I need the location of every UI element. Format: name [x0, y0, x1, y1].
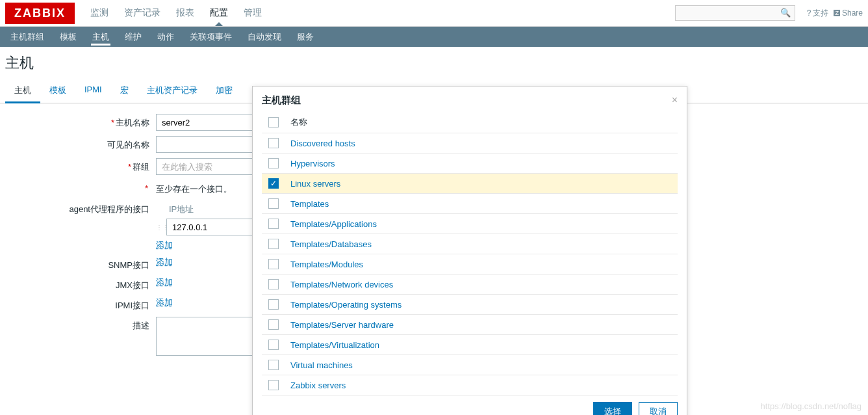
group-name-link[interactable]: Templates/Operating systems: [290, 300, 402, 310]
close-icon[interactable]: ×: [672, 94, 678, 107]
group-row[interactable]: Templates: [262, 194, 678, 214]
group-checkbox[interactable]: [268, 259, 279, 269]
subnav-item[interactable]: 模板: [52, 27, 84, 47]
host-groups-modal: 主机群组 × 名称 Discovered hostsHypervisors✓Li…: [252, 86, 687, 415]
select-button[interactable]: 选择: [593, 402, 632, 415]
watermark: https://blog.csdn.net/noflag: [761, 401, 862, 411]
group-checkbox[interactable]: [268, 219, 279, 229]
host-name-label: *主机名称: [5, 114, 156, 129]
modal-header: 主机群组 ×: [253, 87, 687, 112]
subnav-item[interactable]: 主机群组: [3, 27, 52, 47]
tab[interactable]: 模板: [40, 79, 75, 103]
group-row[interactable]: Templates/Network devices: [262, 274, 678, 295]
topnav-item[interactable]: 配置: [202, 1, 236, 25]
logo: ZABBIX: [5, 3, 75, 24]
help-icon: ?: [807, 8, 811, 18]
group-checkbox[interactable]: [268, 299, 279, 310]
topnav-item[interactable]: 管理: [236, 1, 270, 25]
tab[interactable]: 加密: [207, 79, 242, 103]
group-checkbox[interactable]: [268, 138, 279, 148]
subnav-item[interactable]: 关联项事件: [182, 27, 240, 47]
snmp-add-link[interactable]: 添加: [156, 257, 173, 267]
share-icon: Z: [834, 10, 840, 16]
jmx-add-link[interactable]: 添加: [156, 277, 173, 287]
group-row[interactable]: Templates/Applications: [262, 214, 678, 234]
group-checkbox[interactable]: ✓: [268, 178, 279, 189]
group-name-link[interactable]: Templates/Modules: [290, 260, 363, 269]
select-all-checkbox[interactable]: [268, 117, 279, 127]
group-checkbox[interactable]: [268, 239, 279, 249]
group-row[interactable]: Zabbix servers: [262, 375, 678, 395]
modal-header-row: 名称: [262, 112, 678, 133]
group-name-link[interactable]: Templates/Network devices: [290, 280, 393, 289]
desc-label: 描述: [5, 317, 156, 332]
group-name-link[interactable]: Templates/Server hardware: [290, 320, 394, 330]
ipmi-add-link[interactable]: 添加: [156, 297, 173, 307]
subnav-item[interactable]: 服务: [289, 27, 322, 47]
sub-nav: 主机群组模板主机维护动作关联项事件自动发现服务: [0, 27, 868, 47]
group-row[interactable]: ✓Linux servers: [262, 174, 678, 194]
subnav-item[interactable]: 维护: [117, 27, 149, 47]
interface-req-label: *: [5, 180, 156, 193]
support-link[interactable]: ?支持: [807, 8, 829, 19]
group-checkbox[interactable]: [268, 319, 279, 330]
group-name-link[interactable]: Templates/Databases: [290, 239, 372, 249]
group-name-link[interactable]: Templates: [290, 199, 329, 209]
snmp-label: SNMP接口: [5, 256, 156, 271]
group-checkbox[interactable]: [268, 279, 279, 289]
tab[interactable]: 主机资产记录: [138, 79, 207, 103]
drag-handle-icon[interactable]: ⋮⋮: [156, 224, 162, 231]
page-title: 主机: [0, 47, 868, 79]
group-name-link[interactable]: Templates/Virtualization: [290, 340, 379, 350]
group-name-link[interactable]: Discovered hosts: [290, 139, 355, 148]
topnav-item[interactable]: 报表: [168, 1, 202, 25]
modal-body: 名称 Discovered hostsHypervisors✓Linux ser…: [253, 112, 687, 395]
share-link[interactable]: ZShare: [834, 8, 863, 18]
modal-title: 主机群组: [262, 94, 301, 107]
group-checkbox[interactable]: [268, 360, 279, 370]
group-name-link[interactable]: Virtual machines: [290, 360, 353, 370]
group-checkbox[interactable]: [268, 340, 279, 350]
search-icon: 🔍: [780, 8, 791, 18]
modal-footer: 选择 取消: [253, 395, 687, 415]
jmx-label: JMX接口: [5, 276, 156, 291]
visible-name-label: 可见的名称: [5, 136, 156, 151]
group-checkbox[interactable]: [268, 198, 279, 209]
topnav-item[interactable]: 监测: [83, 1, 116, 25]
group-name-link[interactable]: Templates/Applications: [290, 219, 377, 229]
name-column-header: 名称: [290, 116, 307, 128]
group-name-link[interactable]: Hypervisors: [290, 159, 335, 168]
agent-add-link[interactable]: 添加: [156, 240, 173, 250]
search-input[interactable]: 🔍: [675, 5, 795, 21]
subnav-item[interactable]: 主机: [84, 27, 117, 47]
group-row[interactable]: Discovered hosts: [262, 133, 678, 154]
tab[interactable]: 主机: [5, 79, 40, 103]
top-nav: ZABBIX 监测资产记录报表配置管理 🔍 ?支持 ZShare: [0, 0, 868, 27]
group-row[interactable]: Templates/Operating systems: [262, 295, 678, 315]
group-row[interactable]: Virtual machines: [262, 355, 678, 375]
group-name-link[interactable]: Linux servers: [290, 179, 340, 189]
subnav-item[interactable]: 自动发现: [240, 27, 289, 47]
tab[interactable]: IPMI: [75, 79, 111, 103]
group-row[interactable]: Hypervisors: [262, 154, 678, 174]
group-row[interactable]: Templates/Databases: [262, 234, 678, 254]
subnav-item[interactable]: 动作: [149, 27, 182, 47]
ipmi-label: IPMI接口: [5, 297, 156, 312]
tab[interactable]: 宏: [111, 79, 138, 103]
group-checkbox[interactable]: [268, 158, 279, 168]
group-checkbox[interactable]: [268, 380, 279, 390]
agent-label: agent代理程序的接口: [5, 200, 156, 215]
groups-label: *群组: [5, 158, 156, 173]
group-row[interactable]: Templates/Modules: [262, 254, 678, 274]
group-row[interactable]: Templates/Virtualization: [262, 335, 678, 355]
group-row[interactable]: Templates/Server hardware: [262, 315, 678, 335]
cancel-button[interactable]: 取消: [639, 402, 678, 415]
group-name-link[interactable]: Zabbix servers: [290, 381, 346, 390]
topnav-item[interactable]: 资产记录: [116, 1, 168, 25]
